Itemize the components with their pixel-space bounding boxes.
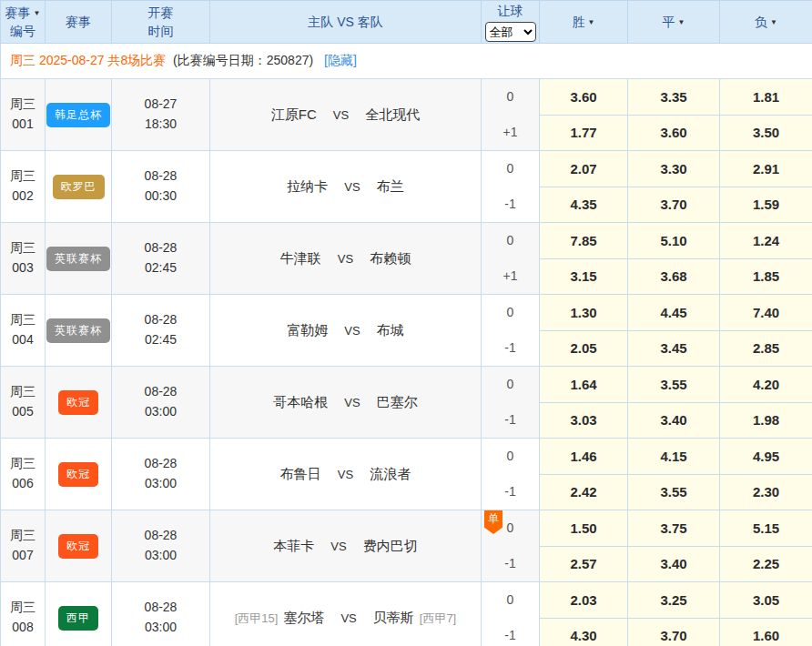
handicap-value-line2: -1 [482, 546, 539, 581]
handicap-value-line2: -1 [482, 402, 539, 438]
match-time: 03:00 [145, 404, 177, 419]
handicap-cell: 0 -1 [482, 295, 540, 367]
odds-lose-line2[interactable]: 3.50 [720, 115, 812, 151]
odds-draw-line1[interactable]: 3.25 [628, 582, 720, 619]
column-header-draw[interactable]: 平▼ [628, 1, 720, 44]
away-team-name: 巴塞尔 [377, 394, 418, 409]
sort-arrow-icon[interactable]: ▼ [588, 18, 595, 26]
odds-draw-line2[interactable]: 3.70 [628, 618, 720, 646]
handicap-value-line2: -1 [482, 330, 539, 366]
match-day-note: (比赛编号日期：250827) [173, 53, 313, 67]
hide-link[interactable]: [隐藏] [324, 53, 357, 67]
odds-draw-line2[interactable]: 3.60 [628, 115, 720, 151]
odds-win-line1[interactable]: 1.64 [540, 367, 628, 403]
odds-lose-line2[interactable]: 2.85 [720, 330, 812, 367]
teams-cell: 哥本哈根VS巴塞尔 [210, 367, 482, 439]
sort-arrow-icon[interactable]: ▼ [678, 18, 685, 26]
start-time-cell: 08-28 02:45 [112, 295, 210, 367]
odds-lose-line1[interactable]: 1.24 [720, 223, 812, 259]
away-team-name: 流浪者 [370, 466, 411, 481]
sort-arrow-icon[interactable]: ▼ [770, 18, 777, 26]
odds-lose-line1[interactable]: 7.40 [720, 295, 812, 331]
odds-draw-line1[interactable]: 3.30 [628, 151, 720, 187]
match-time: 03:00 [145, 548, 177, 562]
handicap-value-line2: +1 [482, 258, 539, 294]
match-date: 08-28 [145, 168, 178, 183]
odds-draw-line1[interactable]: 5.10 [628, 223, 720, 259]
match-number-cell: 周三 005 [1, 367, 46, 439]
handicap-value-line1: 0 [482, 223, 539, 258]
odds-lose-line1[interactable]: 5.15 [720, 510, 812, 547]
odds-draw-line1[interactable]: 4.15 [628, 439, 720, 475]
start-time-cell: 08-27 18:30 [112, 79, 210, 151]
match-time: 02:45 [145, 332, 177, 347]
handicap-cell: 0 +1 [482, 223, 540, 295]
odds-win-line2[interactable]: 4.35 [540, 187, 628, 223]
column-header-win[interactable]: 胜▼ [540, 1, 628, 44]
odds-win-line2[interactable]: 1.77 [540, 115, 628, 151]
vs-label: VS [333, 108, 349, 122]
match-weekday: 周三 [10, 168, 36, 183]
odds-lose-line2[interactable]: 1.98 [720, 402, 812, 439]
away-team-name: 布兰 [377, 178, 404, 194]
away-team-name: 布赖顿 [370, 250, 411, 266]
column-header-lose-label: 负 [755, 15, 767, 29]
handicap-cell: 0 -1 [482, 151, 540, 223]
odds-win-line2[interactable]: 2.57 [540, 546, 628, 582]
odds-win-line1[interactable]: 7.85 [540, 223, 628, 259]
odds-lose-line2[interactable]: 2.30 [720, 474, 812, 510]
handicap-cell: 0 -1 [482, 582, 540, 646]
match-number-cell: 周三 004 [1, 295, 46, 367]
odds-win-line2[interactable]: 3.15 [540, 258, 628, 295]
odds-win-line1[interactable]: 3.60 [540, 79, 628, 116]
column-header-league: 赛事 [46, 1, 112, 44]
column-header-lose[interactable]: 负▼ [720, 1, 812, 44]
odds-lose-line1[interactable]: 3.05 [720, 582, 812, 619]
home-team-rank-tag: [西甲15] [235, 611, 279, 625]
column-header-match-number[interactable]: 赛事▼ 编号 [1, 1, 46, 44]
odds-draw-line1[interactable]: 3.35 [628, 79, 720, 116]
league-cell: 欧冠 [46, 510, 112, 582]
odds-draw-line2[interactable]: 3.55 [628, 474, 720, 510]
odds-lose-line1[interactable]: 2.91 [720, 151, 812, 187]
match-row-line1: 周三 001 韩足总杯 08-27 18:30 江原FCVS全北现代 0 +1 … [1, 79, 812, 116]
odds-lose-line2[interactable]: 1.60 [720, 618, 812, 646]
match-date: 08-27 [145, 96, 178, 111]
odds-draw-line2[interactable]: 3.40 [628, 402, 720, 439]
odds-draw-line2[interactable]: 3.68 [628, 258, 720, 295]
handicap-filter-select[interactable]: 全部 [485, 22, 536, 42]
odds-draw-line1[interactable]: 3.55 [628, 367, 720, 403]
odds-win-line2[interactable]: 3.03 [540, 402, 628, 439]
odds-draw-line2[interactable]: 3.45 [628, 330, 720, 367]
odds-table: 赛事▼ 编号 赛事 开赛 时间 主队 VS 客队 让球 全部 胜▼ [0, 0, 812, 646]
odds-win-line2[interactable]: 2.05 [540, 330, 628, 367]
table-header-row: 赛事▼ 编号 赛事 开赛 时间 主队 VS 客队 让球 全部 胜▼ [1, 1, 812, 44]
odds-win-line1[interactable]: 2.03 [540, 582, 628, 619]
odds-lose-line2[interactable]: 1.85 [720, 258, 812, 295]
league-cell: 欧冠 [46, 439, 112, 510]
odds-lose-line1[interactable]: 1.81 [720, 79, 812, 116]
odds-lose-line1[interactable]: 4.95 [720, 439, 812, 475]
odds-draw-line1[interactable]: 4.45 [628, 295, 720, 331]
odds-draw-line2[interactable]: 3.70 [628, 187, 720, 223]
odds-win-line1[interactable]: 1.30 [540, 295, 628, 331]
away-team-rank-tag: [西甲7] [420, 611, 456, 625]
odds-lose-line2[interactable]: 2.25 [720, 546, 812, 582]
odds-lose-line2[interactable]: 1.59 [720, 187, 812, 223]
column-header-handicap-label: 让球 [498, 4, 523, 18]
odds-draw-line1[interactable]: 3.75 [628, 510, 720, 547]
matches-body: 周三 001 韩足总杯 08-27 18:30 江原FCVS全北现代 0 +1 … [1, 79, 812, 646]
match-number-cell: 周三 002 [1, 151, 46, 223]
odds-win-line2[interactable]: 4.30 [540, 618, 628, 646]
odds-lose-line1[interactable]: 4.20 [720, 367, 812, 403]
sort-arrow-icon[interactable]: ▼ [34, 9, 41, 17]
odds-win-line1[interactable]: 1.46 [540, 439, 628, 475]
home-team-name: 本菲卡 [273, 538, 314, 553]
match-weekday: 周三 [10, 240, 36, 255]
odds-win-line2[interactable]: 2.42 [540, 474, 628, 510]
league-badge: 欧冠 [58, 462, 98, 487]
odds-win-line1[interactable]: 2.07 [540, 151, 628, 187]
odds-draw-line2[interactable]: 3.40 [628, 546, 720, 582]
odds-win-line1[interactable]: 1.50 [540, 510, 628, 547]
league-cell: 英联赛杯 [46, 295, 112, 367]
